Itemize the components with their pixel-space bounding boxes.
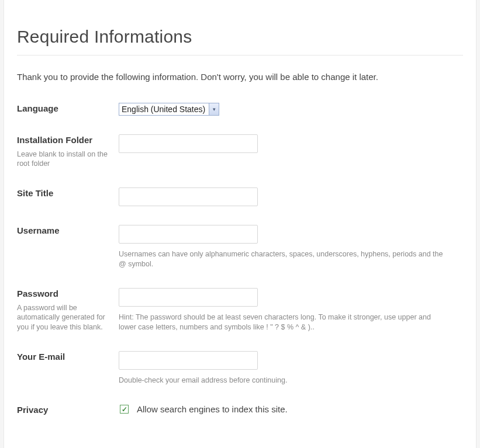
username-field-hint: Usernames can have only alphanumeric cha… xyxy=(119,249,446,269)
row-email: Your E-mail Double-check your email addr… xyxy=(17,351,463,386)
site-title-label: Site Title xyxy=(17,187,110,199)
password-hint: A password will be automatically generat… xyxy=(17,303,110,333)
page-title: Required Informations xyxy=(17,0,463,55)
row-password: Password A password will be automaticall… xyxy=(17,288,463,332)
privacy-checkbox-label: Allow search engines to index this site. xyxy=(137,404,288,414)
label-col: Your E-mail xyxy=(17,351,119,363)
chevron-down-icon: ▾ xyxy=(213,107,216,112)
email-input[interactable] xyxy=(119,351,258,370)
field-col: Usernames can have only alphanumeric cha… xyxy=(119,225,463,269)
row-username: Username Usernames can have only alphanu… xyxy=(17,225,463,269)
field-col xyxy=(119,187,463,206)
install-folder-hint: Leave blank to install on the root folde… xyxy=(17,150,110,169)
username-label: Username xyxy=(17,225,110,237)
password-input[interactable] xyxy=(119,288,258,307)
page-container: Required Informations Thank you to provi… xyxy=(4,0,476,448)
email-field-hint: Double-check your email address before c… xyxy=(119,376,446,386)
check-icon: ✓ xyxy=(122,406,127,413)
email-label: Your E-mail xyxy=(17,351,110,363)
privacy-checkbox-row: ✓ Allow search engines to index this sit… xyxy=(119,404,463,414)
select-dropdown-button[interactable]: ▾ xyxy=(209,103,219,115)
field-col: Hint: The password should be at least se… xyxy=(119,288,463,332)
password-label: Password xyxy=(17,288,110,300)
field-col xyxy=(119,134,463,153)
row-language: Language English (United States) ▾ xyxy=(17,103,463,116)
label-col: Installation Folder Leave blank to insta… xyxy=(17,134,119,169)
install-folder-label: Installation Folder xyxy=(17,134,110,146)
language-select[interactable]: English (United States) ▾ xyxy=(119,103,219,116)
privacy-label: Privacy xyxy=(17,404,110,416)
site-title-input[interactable] xyxy=(119,187,258,206)
intro-text: Thank you to provide the following infor… xyxy=(17,72,463,82)
row-privacy: Privacy ✓ Allow search engines to index … xyxy=(17,404,463,416)
privacy-checkbox[interactable]: ✓ xyxy=(120,405,129,414)
language-selected-value: English (United States) xyxy=(119,105,209,114)
label-col: Site Title xyxy=(17,187,119,199)
label-col: Privacy xyxy=(17,404,119,416)
install-folder-input[interactable] xyxy=(119,134,258,153)
language-label: Language xyxy=(17,103,110,114)
password-field-hint: Hint: The password should be at least se… xyxy=(119,312,446,332)
row-install-folder: Installation Folder Leave blank to insta… xyxy=(17,134,463,169)
label-col: Username xyxy=(17,225,119,237)
username-input[interactable] xyxy=(119,225,258,244)
label-col: Password A password will be automaticall… xyxy=(17,288,119,332)
label-col: Language xyxy=(17,103,119,114)
field-col: English (United States) ▾ xyxy=(119,103,463,116)
row-site-title: Site Title xyxy=(17,187,463,206)
field-col: Double-check your email address before c… xyxy=(119,351,463,386)
field-col: ✓ Allow search engines to index this sit… xyxy=(119,404,463,414)
